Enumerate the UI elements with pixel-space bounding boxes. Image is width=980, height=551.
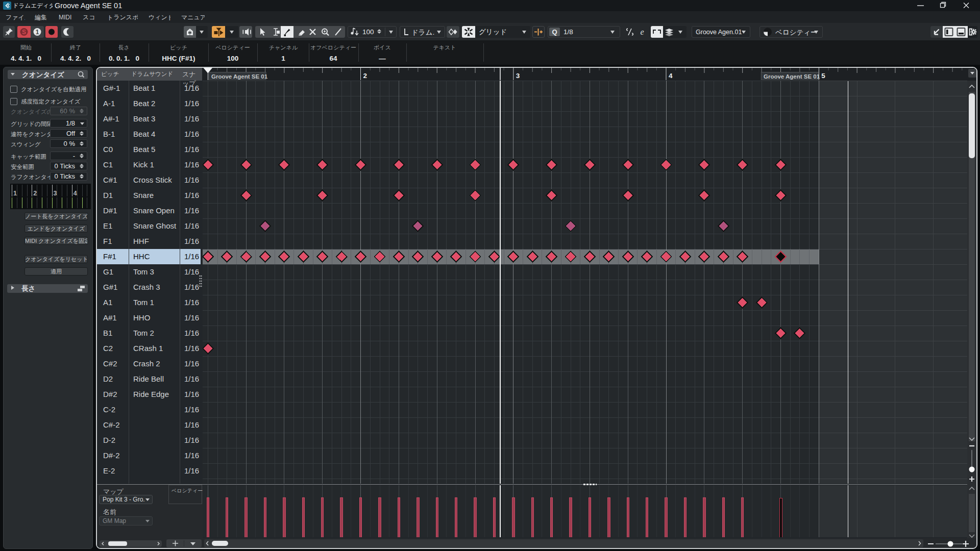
svg-text:3: 3 [54,190,57,197]
svg-text:Groove Agent SE 01: Groove Agent SE 01 [211,73,268,80]
svg-text:4: 4 [74,190,77,197]
svg-text:1: 1 [36,29,39,36]
svg-text:2: 2 [363,72,368,80]
svg-text:e: e [640,28,644,36]
svg-text:2: 2 [33,190,37,197]
svg-text:3: 3 [516,72,520,80]
svg-text:5: 5 [821,72,825,80]
svg-text:1: 1 [13,190,17,197]
svg-text:Groove Agent SE 01: Groove Agent SE 01 [764,73,820,80]
svg-text:4: 4 [669,72,673,80]
svg-text:S: S [22,29,26,36]
